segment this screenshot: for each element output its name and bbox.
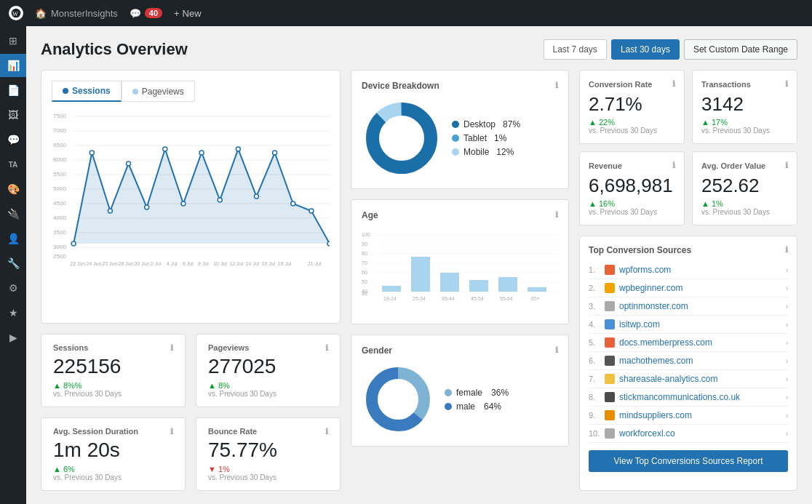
transactions-label: Transactions [701,80,751,89]
sessions-chart-card: Sessions Pageviews 7500 7000 6500 6000 [41,70,341,324]
svg-point-33 [254,194,258,199]
svg-point-25 [108,209,112,213]
source-expand-icon[interactable]: › [786,266,788,274]
source-name[interactable]: optinmonster.com [619,301,781,311]
female-legend: female 36% [445,388,509,398]
sidebar-icon-settings[interactable]: ⚙ [0,276,26,300]
source-expand-icon[interactable]: › [786,430,788,438]
revenue-card: Revenue ℹ 6,698,981 16% vs. Previous 30 … [579,151,685,225]
sidebar-icon-wp[interactable]: ⊞ [0,29,26,52]
svg-text:W: W [12,11,18,17]
svg-rect-77 [528,287,546,292]
source-num: 2. [589,284,600,292]
source-name[interactable]: wpforms.com [619,265,781,275]
source-name[interactable]: isitwp.com [619,319,781,329]
sidebar-icon-users[interactable]: 👤 [0,227,26,250]
source-expand-icon[interactable]: › [786,393,788,401]
sidebar-icon-posts[interactable]: 📄 [0,79,26,102]
source-num: 10. [589,429,600,438]
conv-rate-sub: vs. Previous 30 Days [589,127,675,135]
source-name[interactable]: machothemes.com [619,356,781,366]
source-favicon [605,392,615,402]
revenue-info[interactable]: ℹ [672,161,675,170]
gender-info-icon[interactable]: ℹ [555,345,558,356]
sidebar-icon-media[interactable]: 🖼 [0,103,26,127]
comments-link[interactable]: 💬 40 [130,8,162,19]
sessions-change: 8%% [53,381,173,390]
sources-info-icon[interactable]: ℹ [785,245,788,255]
source-expand-icon[interactable]: › [786,303,788,311]
sidebar-icon-ta[interactable]: TA [0,153,26,176]
tablet-legend: Tablet 1% [452,133,520,143]
device-donut-chart [362,98,442,178]
source-expand-icon[interactable]: › [786,412,788,420]
source-favicon [605,265,615,275]
bounce-info-icon[interactable]: ℹ [325,427,328,436]
sessions-info-icon[interactable]: ℹ [170,343,173,353]
sidebar-icon-star[interactable]: ★ [0,301,26,324]
source-name[interactable]: wpbeginner.com [619,283,781,293]
stats-row-1: Sessions ℹ 225156 8%% vs. Previous 30 Da… [41,334,341,407]
sidebar-icon-tools[interactable]: 🔧 [0,252,26,275]
conversion-rate-value: 2.71% [589,93,675,116]
svg-rect-73 [411,257,430,292]
top-sources-card: Top Conversion Sources ℹ 1. wpforms.com … [579,236,797,491]
tab-pageviews[interactable]: Pageviews [122,81,195,102]
svg-text:24 Jun: 24 Jun [86,261,101,266]
avg-order-info[interactable]: ℹ [785,161,788,170]
tab-sessions[interactable]: Sessions [52,81,122,102]
sidebar-icon-circle[interactable]: ▶ [0,326,26,349]
sidebar-icon-comments[interactable]: 💬 [0,128,26,151]
last-7-days-button[interactable]: Last 7 days [544,39,607,60]
source-num: 3. [589,302,600,311]
conv-rate-info[interactable]: ℹ [672,79,675,89]
male-legend: male 64% [445,401,509,412]
wp-logo[interactable]: W [9,6,23,20]
svg-point-86 [378,380,418,419]
source-expand-icon[interactable]: › [786,339,788,347]
source-expand-icon[interactable]: › [786,375,788,383]
source-favicon [605,301,615,311]
transactions-info[interactable]: ℹ [785,79,788,89]
svg-text:5500: 5500 [53,171,66,177]
source-favicon [605,374,615,384]
site-name[interactable]: 🏠 MonsterInsights [35,8,118,19]
source-name[interactable]: shareasale-analytics.com [619,374,781,384]
transactions-sub: vs. Previous 30 Days [701,127,788,135]
custom-date-button[interactable]: Set Custom Date Range [684,39,797,60]
source-expand-icon[interactable]: › [786,321,788,329]
svg-text:12 Jul: 12 Jul [229,261,243,266]
desktop-dot [452,121,459,128]
source-num: 5. [589,338,600,347]
svg-text:3500: 3500 [53,229,66,236]
source-item: 7. shareasale-analytics.com › [589,370,788,388]
device-title: Device Breakdown [362,81,439,91]
sidebar-icon-insights[interactable]: 📊 [0,54,26,77]
svg-text:21 Jul: 21 Jul [308,261,322,266]
view-sources-button[interactable]: View Top Conversions Sources Report [589,450,788,472]
source-num: 4. [589,320,600,329]
source-name[interactable]: docs.memberpress.com [619,337,781,348]
source-expand-icon[interactable]: › [786,357,788,365]
new-button[interactable]: + New [174,8,202,19]
pageviews-info-icon[interactable]: ℹ [325,343,328,353]
sessions-line-chart: 7500 7000 6500 6000 5500 5000 4500 4000 … [52,109,330,269]
age-info-icon[interactable]: ℹ [555,210,558,220]
source-item: 6. machothemes.com › [589,352,788,370]
source-name[interactable]: stickmancommunications.co.uk [619,392,781,402]
desktop-legend: Desktop 87% [452,119,520,129]
source-name[interactable]: workforcexl.co [619,428,781,439]
svg-text:35-44: 35-44 [442,296,455,301]
sidebar-icon-plugins[interactable]: 🔌 [0,202,26,225]
sessions-value: 225156 [53,356,173,378]
avg-session-info-icon[interactable]: ℹ [170,427,173,436]
source-name[interactable]: mindsuppliers.com [619,410,781,420]
device-info-icon[interactable]: ℹ [555,81,558,91]
sidebar-icon-appearance[interactable]: 🎨 [0,177,26,201]
tablet-dot [452,135,459,142]
source-expand-icon[interactable]: › [786,284,788,292]
pageviews-sub: vs. Previous 30 Days [208,390,328,398]
last-30-days-button[interactable]: Last 30 days [611,39,680,60]
svg-text:14 Jul: 14 Jul [245,261,259,266]
svg-text:4000: 4000 [53,215,66,221]
